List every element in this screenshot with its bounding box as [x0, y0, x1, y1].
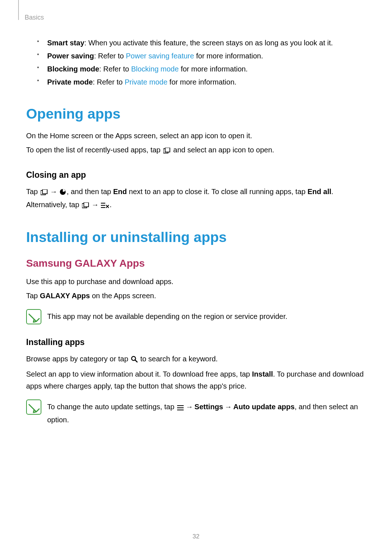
galaxy-p1: Use this app to purchase and download ap…: [26, 276, 366, 288]
closing-p1: Tap →, and then tap End next to an app t…: [26, 186, 366, 212]
bullet-label: Blocking mode: [47, 65, 99, 73]
bullet-private-mode: Private mode: Refer to Private mode for …: [37, 75, 366, 89]
install-p1: Browse apps by category or tap to search…: [26, 353, 366, 366]
page-number: 32: [0, 533, 392, 540]
feature-bullet-list: Smart stay: When you activate this featu…: [37, 36, 366, 89]
note-icon: [26, 309, 41, 324]
galaxy-p2: Tap GALAXY Apps on the Apps screen.: [26, 290, 366, 302]
arrow-icon: →: [91, 201, 99, 209]
opening-p1: On the Home screen or the Apps screen, s…: [26, 130, 366, 142]
note-icon: [26, 399, 41, 415]
install-p2: Select an app to view information about …: [26, 368, 366, 392]
opening-p2: To open the list of recently-used apps, …: [26, 144, 366, 157]
bullet-text-post: for more information.: [179, 65, 248, 73]
breadcrumb: Basics: [25, 14, 44, 21]
recent-apps-icon: [163, 145, 171, 157]
bullet-label: Smart stay: [47, 39, 84, 47]
bullet-label: Private mode: [47, 78, 93, 86]
svg-line-13: [135, 360, 137, 362]
bullet-label: Power saving: [47, 52, 94, 60]
header-vertical-line: [18, 0, 19, 20]
heading-installing-apps: Installing apps: [26, 337, 366, 347]
close-all-icon: [101, 200, 109, 212]
menu-icon: [177, 402, 184, 414]
bullet-text-pre: : Refer to: [94, 52, 126, 60]
bullet-blocking-mode: Blocking mode: Refer to Blocking mode fo…: [37, 62, 366, 75]
heading-galaxy-apps: Samsung GALAXY Apps: [26, 258, 366, 269]
bullet-power-saving: Power saving: Refer to Power saving feat…: [37, 49, 366, 62]
recent-apps-icon: [41, 187, 48, 199]
recent-apps-icon: [82, 200, 89, 212]
search-icon: [131, 354, 138, 366]
pie-icon: [60, 187, 66, 199]
note-text: This app may not be available depending …: [47, 308, 287, 323]
note-auto-update: To change the auto update settings, tap …: [26, 399, 366, 426]
svg-rect-6: [84, 202, 89, 207]
page-content: Smart stay: When you activate this featu…: [0, 0, 392, 426]
note-text: To change the auto update settings, tap …: [47, 399, 366, 426]
bullet-smart-stay: Smart stay: When you activate this featu…: [37, 36, 366, 49]
arrow-icon: →: [50, 188, 57, 196]
arrow-icon: →: [225, 403, 232, 411]
bullet-text-post: for more information.: [194, 52, 263, 60]
heading-closing-app: Closing an app: [26, 170, 366, 180]
heading-opening-apps: Opening apps: [26, 106, 366, 122]
bullet-text: : When you activate this feature, the sc…: [84, 39, 333, 47]
link-private-mode[interactable]: Private mode: [124, 78, 167, 86]
bullet-text-pre: : Refer to: [93, 78, 125, 86]
link-power-saving[interactable]: Power saving feature: [126, 52, 194, 60]
bullet-text-post: for more information.: [167, 78, 236, 86]
link-blocking-mode[interactable]: Blocking mode: [131, 65, 179, 73]
svg-rect-1: [165, 148, 170, 152]
bullet-text-pre: : Refer to: [99, 65, 131, 73]
arrow-icon: →: [186, 403, 193, 411]
heading-installing: Installing or uninstalling apps: [26, 229, 366, 245]
note-availability: This app may not be available depending …: [26, 308, 366, 324]
svg-rect-3: [42, 189, 47, 194]
